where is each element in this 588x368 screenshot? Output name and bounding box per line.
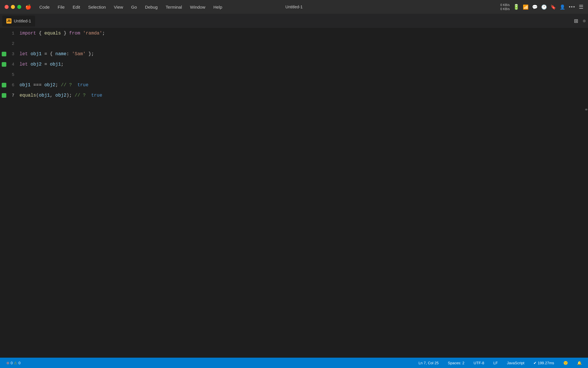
split-editor-icon[interactable]: ⊞ [573, 17, 579, 25]
warning-icon: ⚠ [14, 361, 17, 365]
clock-icon: 🕐 [541, 4, 547, 10]
more-icon[interactable]: ••• [569, 4, 575, 9]
token-plain: }; [86, 49, 94, 59]
line-number: 3 [6, 52, 17, 57]
token-var: obj1 [39, 90, 50, 101]
token-var: obj1 [50, 59, 61, 70]
close-button[interactable] [5, 5, 9, 9]
token-plain [80, 28, 83, 39]
breakpoint-empty[interactable] [2, 41, 6, 46]
token-kw: let [20, 49, 28, 59]
token-plain [86, 90, 91, 101]
battery-icon: 🔋 [513, 4, 519, 10]
token-plain: ; [55, 80, 61, 90]
breakpoint-active[interactable] [2, 93, 6, 98]
code-editor[interactable]: import { equals } from 'ramda';let obj1 … [17, 28, 585, 358]
token-prop: name [55, 49, 66, 59]
code-line: let obj1 = { name: 'Sam' }; [20, 49, 585, 59]
code-line: let obj2 = obj1; [20, 59, 585, 70]
gutter-row: 6 [0, 80, 17, 90]
bell-icon[interactable]: 🔔 [575, 360, 583, 366]
smiley-icon[interactable]: 🙂 [562, 360, 570, 366]
menu-edit[interactable]: Edit [69, 3, 84, 11]
token-plain: : [66, 49, 72, 59]
gutter-row: 7 [0, 90, 17, 101]
code-line: import { equals } from 'ramda'; [20, 28, 585, 39]
menu-view[interactable]: View [110, 3, 127, 11]
breakpoint-empty[interactable] [2, 31, 6, 36]
warning-count: 0 [18, 361, 20, 365]
list-icon[interactable]: ☰ [579, 4, 583, 10]
token-plain: = [42, 59, 50, 70]
status-bar: ⊗ 0 ⚠ 0 Ln 7, Col 25 Spaces: 2 UTF-8 LF … [0, 358, 588, 368]
wechat-icon: 💬 [532, 4, 538, 10]
token-var: obj2 [55, 90, 66, 101]
line-ending[interactable]: LF [492, 360, 499, 366]
breakpoint-active[interactable] [2, 83, 6, 87]
token-bool-true: true [91, 90, 102, 101]
code-line [20, 39, 585, 49]
timing: ✔ 199.27ms [532, 360, 556, 366]
token-plain [28, 59, 31, 70]
error-icon: ⊗ [6, 361, 9, 365]
menu-selection[interactable]: Selection [84, 3, 110, 11]
user-icon: 👤 [560, 4, 565, 10]
menu-window[interactable]: Window [186, 3, 209, 11]
token-plain: ; [102, 28, 105, 39]
scrollbar-thumb[interactable] [585, 109, 587, 110]
token-plain: === [30, 80, 44, 90]
gutter-row: 4 [0, 59, 17, 70]
token-kw: let [20, 59, 28, 70]
editor-tab[interactable]: JS Untitled-1 [2, 16, 35, 26]
apple-menu[interactable]: 🍎 [25, 4, 31, 10]
token-fn: equals [20, 90, 36, 101]
token-comment: // ? [75, 90, 86, 101]
cursor-position[interactable]: Ln 7, Col 25 [417, 360, 440, 366]
bookmark-icon: 🔖 [550, 4, 556, 10]
token-var: obj1 [30, 49, 41, 59]
line-number: 5 [6, 72, 17, 77]
token-comment: // ? [61, 80, 72, 90]
breakpoint-active[interactable] [2, 52, 6, 56]
wifi-icon: 📶 [523, 4, 529, 10]
minimize-button[interactable] [11, 5, 15, 9]
token-var: obj1 [20, 80, 30, 90]
language-mode[interactable]: JavaScript [505, 360, 526, 366]
code-line: obj1 === obj2; // ? true [20, 80, 585, 90]
menu-terminal[interactable]: Terminal [162, 3, 186, 11]
menu-code[interactable]: Code [35, 3, 54, 11]
gutter-row: 2 [0, 39, 17, 49]
status-bar-right: Ln 7, Col 25 Spaces: 2 UTF-8 LF JavaScri… [417, 360, 583, 366]
errors-indicator[interactable]: ⊗ 0 ⚠ 0 [5, 360, 22, 366]
tab-filename: Untitled-1 [14, 19, 31, 23]
status-bar-left: ⊗ 0 ⚠ 0 [5, 360, 22, 366]
gutter-row: 5 [0, 70, 17, 80]
encoding[interactable]: UTF-8 [472, 360, 486, 366]
token-plain: } [61, 28, 69, 39]
menu-debug[interactable]: Debug [141, 3, 162, 11]
token-bool-true: true [78, 80, 88, 90]
token-plain [28, 49, 31, 59]
token-str: 'Sam' [72, 49, 86, 59]
indentation[interactable]: Spaces: 2 [446, 360, 466, 366]
code-line: equals(obj1, obj2); // ? true [20, 90, 585, 101]
token-var: obj2 [30, 59, 41, 70]
token-plain: ; [61, 59, 64, 70]
token-kw: import [20, 28, 36, 39]
breakpoint-empty[interactable] [2, 72, 6, 77]
menu-help[interactable]: Help [209, 3, 226, 11]
menu-go[interactable]: Go [127, 3, 141, 11]
breakpoint-active[interactable] [2, 62, 6, 67]
maximize-button[interactable] [17, 5, 21, 9]
scrollbar[interactable] [585, 28, 588, 358]
token-plain: ); [66, 90, 75, 101]
line-number: 4 [6, 62, 17, 67]
token-str: 'ramda' [83, 28, 102, 39]
error-count: 0 [11, 361, 13, 365]
menu-bar: 🍎 Code File Edit Selection View Go Debug… [0, 0, 588, 14]
menu-file[interactable]: File [54, 3, 69, 11]
js-file-icon: JS [6, 18, 11, 24]
window-title: Untitled-1 [285, 5, 303, 9]
token-fn: equals [44, 28, 61, 39]
token-plain: = { [42, 49, 55, 59]
